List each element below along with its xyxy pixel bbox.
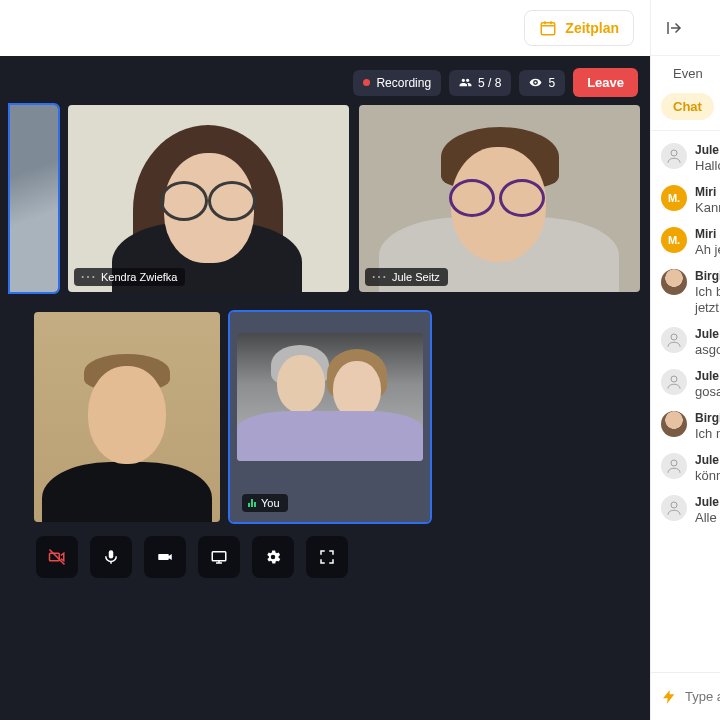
- video-tile-4[interactable]: [34, 312, 220, 522]
- avatar: M.: [661, 227, 687, 253]
- schedule-label: Zeitplan: [565, 20, 619, 36]
- lightning-icon[interactable]: [661, 689, 677, 705]
- calendar-icon: [539, 19, 557, 37]
- camera-off-icon: [48, 548, 66, 566]
- recording-label: Recording: [376, 76, 431, 90]
- participants-pill[interactable]: 5 / 8: [449, 70, 511, 96]
- viewers-count: 5: [548, 76, 555, 90]
- chat-body: Hallo Var: [695, 158, 720, 173]
- name-tag-jule: ⋯ Jule Seitz: [365, 268, 448, 286]
- chat-message: Jule SeitHallo Var: [651, 137, 720, 179]
- people-icon: [459, 76, 472, 89]
- eye-icon: [529, 76, 542, 89]
- video-icon: [156, 548, 174, 566]
- gear-icon: [264, 548, 282, 566]
- avatar: [661, 327, 687, 353]
- chat-body: Ich bin je: [695, 284, 720, 299]
- avatar: [661, 143, 687, 169]
- settings-button[interactable]: [252, 536, 294, 578]
- participants-count: 5 / 8: [478, 76, 501, 90]
- tab-chat[interactable]: Chat: [661, 93, 714, 120]
- avatar: [661, 369, 687, 395]
- svg-point-1: [535, 81, 537, 83]
- chat-message: M.Miri . · 16Kann nix: [651, 179, 720, 221]
- record-dot-icon: [363, 79, 370, 86]
- name-tag-you: You: [242, 494, 288, 512]
- video-tile-jule[interactable]: ⋯ Jule Seitz: [359, 105, 640, 292]
- video-grid: ⋯ Kendra Zwiefka ⋯ Jule: [8, 105, 642, 522]
- chat-message: Birgit IndIch bin jejetzt geh: [651, 263, 720, 321]
- expand-panel-icon[interactable]: [665, 19, 683, 37]
- speaking-bars-icon: [248, 499, 256, 507]
- sidebar: Even Chat Umfra Jule SeitHallo VarM.Miri…: [650, 0, 720, 720]
- svg-rect-2: [212, 552, 226, 561]
- chat-message: Jule Seitkönnen v: [651, 447, 720, 489]
- screenshare-button[interactable]: [198, 536, 240, 578]
- camera-off-button[interactable]: [36, 536, 78, 578]
- chat-body: gosadeir: [695, 384, 720, 399]
- svg-point-5: [671, 376, 677, 382]
- svg-rect-0: [542, 23, 556, 35]
- chat-input[interactable]: [685, 689, 720, 704]
- mic-icon: [102, 548, 120, 566]
- chat-author: Jule Seit: [695, 369, 720, 383]
- svg-point-4: [671, 334, 677, 340]
- avatar: M.: [661, 185, 687, 211]
- video-tile-you[interactable]: You: [230, 312, 430, 522]
- chat-author: Birgit Ind: [695, 411, 720, 425]
- chat-body: asgoeidr: [695, 342, 720, 357]
- chat-author: Birgit Ind: [695, 269, 720, 283]
- svg-point-7: [671, 502, 677, 508]
- sidebar-top: [651, 0, 720, 56]
- chat-message: Jule Seitasgoeidr: [651, 321, 720, 363]
- fullscreen-button[interactable]: [306, 536, 348, 578]
- chat-author: Jule Seit: [695, 453, 720, 467]
- name-tag-kendra: ⋯ Kendra Zwiefka: [74, 268, 185, 286]
- chat-author: Jule Seit: [695, 143, 720, 157]
- sidebar-tabs: Chat Umfra: [651, 87, 720, 131]
- mic-button[interactable]: [90, 536, 132, 578]
- avatar: [661, 495, 687, 521]
- fullscreen-icon: [318, 548, 336, 566]
- chat-body: können v: [695, 468, 720, 483]
- sidebar-title: Even: [651, 56, 720, 87]
- chat-list: Jule SeitHallo VarM.Miri . · 16Kann nixM…: [651, 131, 720, 672]
- svg-point-6: [671, 460, 677, 466]
- avatar: [661, 411, 687, 437]
- video-tile-1[interactable]: [10, 105, 58, 292]
- chat-message: M.Miri . · 16Ah jetzt: [651, 221, 720, 263]
- screenshare-icon: [210, 548, 228, 566]
- video-tile-kendra[interactable]: ⋯ Kendra Zwiefka: [68, 105, 349, 292]
- chat-message: Birgit IndIch muss: [651, 405, 720, 447]
- leave-button[interactable]: Leave: [573, 68, 638, 97]
- chat-author: Jule Seit: [695, 495, 720, 509]
- video-button[interactable]: [144, 536, 186, 578]
- chat-message: Jule Seitgosadeir: [651, 363, 720, 405]
- chat-body: Ah jetzt: [695, 242, 720, 257]
- chat-author: Miri . · 16: [695, 227, 720, 241]
- chat-message: Jule SeitAlle auße: [651, 489, 720, 531]
- video-stage: Recording 5 / 8 5 Leave: [0, 56, 650, 720]
- avatar: [661, 269, 687, 295]
- stage-status-row: Recording 5 / 8 5 Leave: [8, 64, 642, 105]
- schedule-button[interactable]: Zeitplan: [524, 10, 634, 46]
- top-bar: Zeitplan: [0, 0, 650, 56]
- avatar: [661, 453, 687, 479]
- chat-body: Alle auße: [695, 510, 720, 525]
- svg-point-3: [671, 150, 677, 156]
- chat-body: Ich muss: [695, 426, 720, 441]
- chat-composer: [651, 672, 720, 720]
- chat-body: Kann nix: [695, 200, 720, 215]
- recording-pill: Recording: [353, 70, 441, 96]
- viewers-pill[interactable]: 5: [519, 70, 565, 96]
- chat-author: Jule Seit: [695, 327, 720, 341]
- chat-author: Miri . · 16: [695, 185, 720, 199]
- controls-bar: [8, 522, 642, 584]
